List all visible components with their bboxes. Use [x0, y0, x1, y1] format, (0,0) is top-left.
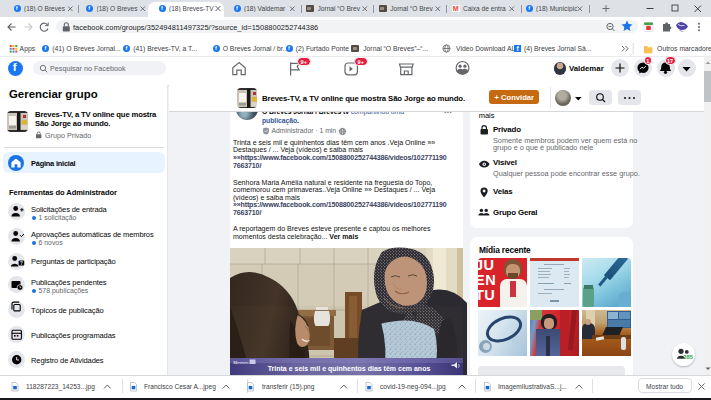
- svg-text:Trinta e seis mil e quinhentos: Trinta e seis mil e quinhentos dias têm …: [268, 365, 431, 373]
- svg-text:?: ?: [20, 261, 23, 266]
- svg-text:285: 285: [683, 354, 693, 360]
- svg-text:Sbreves: Sbreves: [233, 360, 250, 365]
